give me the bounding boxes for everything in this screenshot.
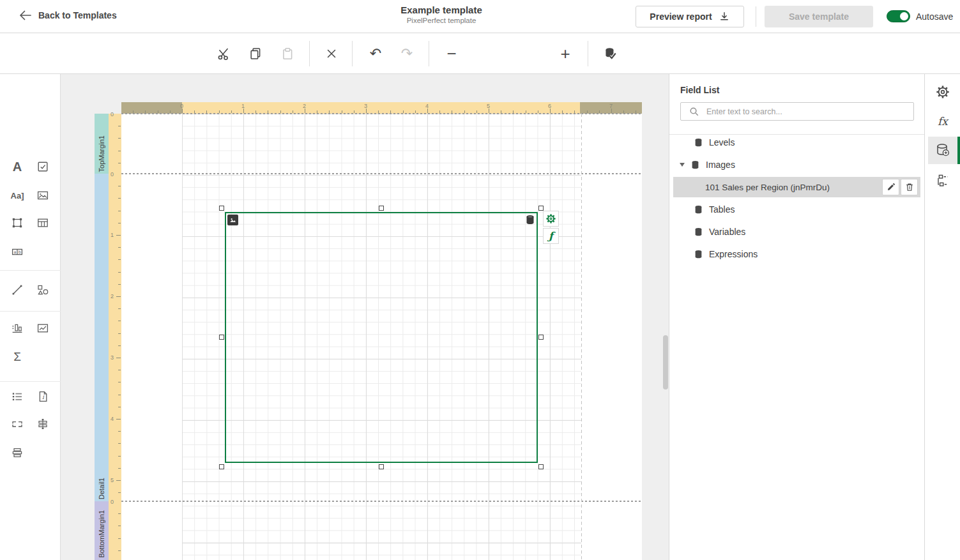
hierarchy-panel-button[interactable] bbox=[933, 170, 953, 191]
label-tool[interactable]: A bbox=[7, 156, 27, 177]
paste-button[interactable] bbox=[277, 43, 298, 64]
functions-panel-button[interactable]: fx bbox=[933, 111, 953, 132]
sub-band-tool[interactable] bbox=[33, 414, 53, 434]
delete-button[interactable] bbox=[321, 43, 342, 64]
band-topmargin[interactable]: TopMargin1 bbox=[95, 114, 109, 174]
selection-handle[interactable] bbox=[379, 464, 384, 469]
ruler-label: 6 bbox=[548, 103, 551, 109]
ruler-label: 5 bbox=[487, 103, 490, 109]
zoom-in-icon: + bbox=[560, 45, 570, 62]
ruler-minor-tick bbox=[118, 538, 121, 539]
selection-handle[interactable] bbox=[219, 206, 224, 211]
caret-down-icon[interactable] bbox=[680, 163, 685, 167]
field-list-title: Field List bbox=[680, 85, 719, 95]
page-info-tool[interactable]: i bbox=[33, 386, 53, 407]
design-canvas[interactable]: 01234567 00123450 TopMargin1 Detail1 Bot… bbox=[61, 74, 669, 560]
preview-report-button[interactable]: Preview report bbox=[636, 6, 744, 27]
ruler-minor-tick bbox=[118, 456, 121, 457]
vertical-ruler: 00123450 bbox=[109, 114, 121, 560]
redo-button[interactable]: ↷ bbox=[397, 43, 417, 64]
ruler-inch-tick bbox=[116, 296, 121, 297]
table-of-contents-tool[interactable] bbox=[7, 443, 27, 463]
ruler-minor-tick bbox=[118, 138, 121, 139]
check-box-tool[interactable] bbox=[33, 156, 53, 177]
list-tool[interactable] bbox=[7, 386, 27, 407]
cut-button[interactable] bbox=[213, 43, 234, 64]
tree-item-variables[interactable]: Variables bbox=[669, 222, 924, 242]
data-sources-panel-button[interactable] bbox=[933, 140, 953, 160]
selection-handle[interactable] bbox=[219, 464, 224, 469]
tree-item-tables[interactable]: Tables bbox=[669, 199, 924, 220]
zoom-out-button[interactable]: − bbox=[441, 43, 462, 64]
character-comb-icon: ab bbox=[11, 245, 24, 258]
field-list-panel: Field List Levels Images 101 Sales per R… bbox=[669, 74, 924, 560]
rich-text-tool[interactable]: Aa] bbox=[7, 185, 27, 206]
field-search-input[interactable] bbox=[705, 107, 913, 117]
tree-item-label: 101 Sales per Region (jnPmrDu) bbox=[705, 183, 830, 192]
picture-box-tool[interactable] bbox=[33, 185, 53, 206]
selection-handle[interactable] bbox=[219, 335, 224, 340]
ruler-minor-tick bbox=[118, 526, 121, 526]
summary-tool[interactable]: Σ bbox=[7, 347, 27, 367]
tree-item-expressions[interactable]: Expressions bbox=[669, 244, 924, 264]
selected-picture-box[interactable] bbox=[225, 212, 538, 463]
selection-handle[interactable] bbox=[538, 206, 544, 211]
settings-panel-button[interactable] bbox=[933, 82, 953, 102]
field-search-box[interactable] bbox=[680, 102, 914, 121]
toolbar-separator bbox=[429, 41, 429, 66]
ruler-inch-tick bbox=[182, 109, 183, 113]
edit-image-button[interactable] bbox=[882, 179, 899, 195]
ruler-minor-tick bbox=[118, 345, 121, 346]
ruler-minor-tick bbox=[118, 431, 121, 432]
shape-frame-tool[interactable] bbox=[7, 213, 27, 233]
shapes-tool[interactable] bbox=[33, 280, 53, 300]
tree-item-images[interactable]: Images bbox=[669, 155, 924, 175]
page-right-margin-boundary bbox=[581, 114, 582, 560]
data-bound-icon bbox=[526, 215, 535, 225]
canvas-vertical-scrollbar[interactable] bbox=[663, 335, 668, 390]
selection-handle[interactable] bbox=[538, 464, 544, 469]
selection-handle[interactable] bbox=[379, 206, 384, 211]
band-detail[interactable]: Detail1 bbox=[95, 174, 109, 501]
database-icon bbox=[694, 227, 703, 237]
character-comb-tool[interactable]: ab bbox=[7, 241, 27, 262]
ruler-inch-tick bbox=[366, 109, 367, 113]
ruler-inch-tick bbox=[489, 109, 489, 113]
rich-text-icon: Aa] bbox=[11, 191, 24, 201]
element-settings-button[interactable] bbox=[543, 211, 559, 227]
tree-item-image-sales-per-region[interactable]: 101 Sales per Region (jnPmrDu) bbox=[673, 177, 920, 197]
pencil-icon bbox=[887, 183, 895, 192]
tree-item-label: Tables bbox=[709, 204, 735, 215]
ruler-minor-tick bbox=[118, 382, 121, 382]
band-bottommargin[interactable]: BottomMargin1 bbox=[95, 501, 109, 560]
ruler-inch-tick bbox=[243, 109, 244, 113]
validate-template-button[interactable] bbox=[600, 43, 620, 64]
element-expression-button[interactable]: ƒ bbox=[543, 228, 559, 244]
ruler-inch-tick bbox=[116, 235, 121, 236]
copy-button[interactable] bbox=[245, 43, 266, 64]
delete-image-button[interactable] bbox=[901, 179, 918, 195]
zoom-in-button[interactable]: + bbox=[555, 43, 575, 64]
chart-tool[interactable] bbox=[7, 318, 27, 338]
tree-item-label: Levels bbox=[709, 137, 735, 148]
ruler-label: 2 bbox=[110, 293, 114, 299]
active-panel-accent bbox=[957, 137, 960, 164]
database-plus-icon bbox=[935, 142, 950, 158]
toolbar-separator bbox=[588, 41, 588, 66]
header-bar: Back to Templates Example template Pixel… bbox=[0, 0, 960, 33]
page-break-tool[interactable] bbox=[7, 414, 27, 434]
selection-handle[interactable] bbox=[538, 335, 544, 340]
tree-item-levels[interactable]: Levels bbox=[669, 132, 924, 153]
table-tool[interactable] bbox=[33, 213, 53, 233]
svg-text:b: b bbox=[19, 250, 21, 255]
ruler-minor-tick bbox=[118, 407, 121, 407]
line-tool[interactable] bbox=[7, 280, 27, 300]
back-to-templates-link[interactable]: Back to Templates bbox=[18, 8, 117, 22]
autosave-toggle[interactable] bbox=[887, 10, 910, 22]
undo-button[interactable]: ↶ bbox=[365, 43, 386, 64]
band-separator bbox=[121, 501, 642, 502]
ruler-minor-tick bbox=[118, 163, 121, 163]
ruler-minor-tick bbox=[118, 186, 121, 186]
sparkline-tool[interactable] bbox=[33, 318, 53, 338]
save-template-button[interactable]: Save template bbox=[765, 6, 873, 27]
